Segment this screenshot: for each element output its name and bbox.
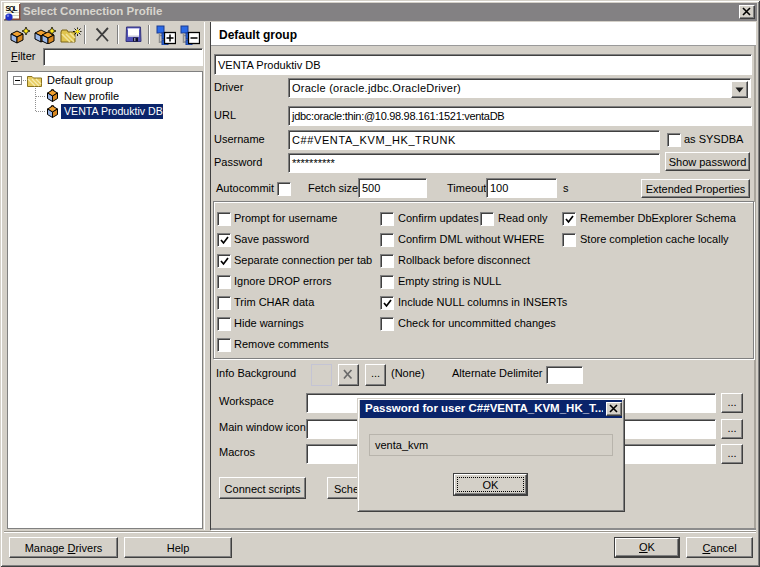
svg-text:SQL: SQL: [6, 5, 19, 13]
